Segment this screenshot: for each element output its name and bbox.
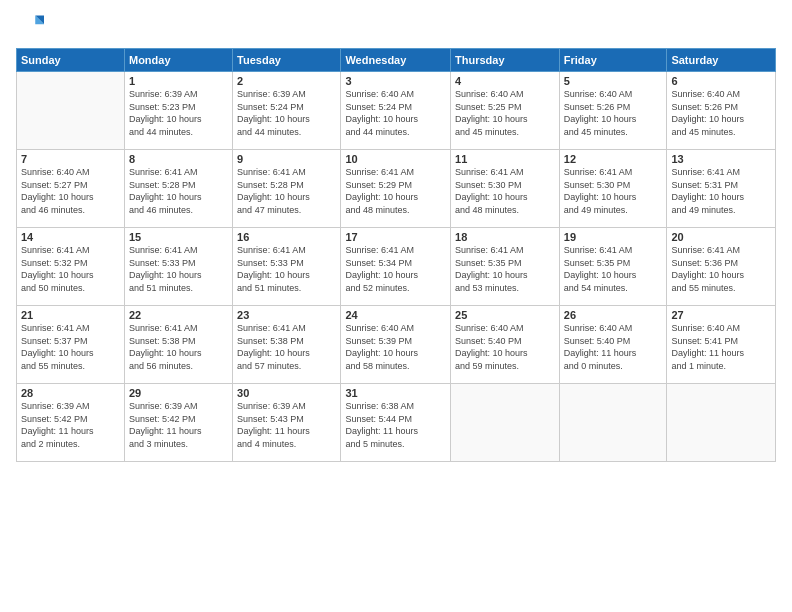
day-header-friday: Friday — [559, 49, 667, 72]
day-info: Sunrise: 6:40 AM Sunset: 5:27 PM Dayligh… — [21, 166, 120, 216]
day-number: 25 — [455, 309, 555, 321]
calendar-cell — [559, 384, 667, 462]
calendar-week-2: 7Sunrise: 6:40 AM Sunset: 5:27 PM Daylig… — [17, 150, 776, 228]
day-info: Sunrise: 6:40 AM Sunset: 5:26 PM Dayligh… — [671, 88, 771, 138]
day-info: Sunrise: 6:41 AM Sunset: 5:33 PM Dayligh… — [129, 244, 228, 294]
day-number: 21 — [21, 309, 120, 321]
calendar-cell: 21Sunrise: 6:41 AM Sunset: 5:37 PM Dayli… — [17, 306, 125, 384]
day-number: 27 — [671, 309, 771, 321]
day-number: 5 — [564, 75, 663, 87]
day-info: Sunrise: 6:39 AM Sunset: 5:43 PM Dayligh… — [237, 400, 336, 450]
calendar-cell: 3Sunrise: 6:40 AM Sunset: 5:24 PM Daylig… — [341, 72, 451, 150]
logo — [16, 12, 48, 40]
calendar-cell: 7Sunrise: 6:40 AM Sunset: 5:27 PM Daylig… — [17, 150, 125, 228]
day-number: 8 — [129, 153, 228, 165]
day-number: 14 — [21, 231, 120, 243]
day-info: Sunrise: 6:40 AM Sunset: 5:41 PM Dayligh… — [671, 322, 771, 372]
calendar-cell: 23Sunrise: 6:41 AM Sunset: 5:38 PM Dayli… — [233, 306, 341, 384]
day-info: Sunrise: 6:41 AM Sunset: 5:35 PM Dayligh… — [455, 244, 555, 294]
day-info: Sunrise: 6:40 AM Sunset: 5:39 PM Dayligh… — [345, 322, 446, 372]
calendar-cell: 11Sunrise: 6:41 AM Sunset: 5:30 PM Dayli… — [451, 150, 560, 228]
day-info: Sunrise: 6:41 AM Sunset: 5:35 PM Dayligh… — [564, 244, 663, 294]
day-number: 31 — [345, 387, 446, 399]
day-info: Sunrise: 6:41 AM Sunset: 5:36 PM Dayligh… — [671, 244, 771, 294]
calendar-week-3: 14Sunrise: 6:41 AM Sunset: 5:32 PM Dayli… — [17, 228, 776, 306]
day-number: 30 — [237, 387, 336, 399]
calendar-cell: 22Sunrise: 6:41 AM Sunset: 5:38 PM Dayli… — [124, 306, 232, 384]
calendar-week-5: 28Sunrise: 6:39 AM Sunset: 5:42 PM Dayli… — [17, 384, 776, 462]
day-number: 26 — [564, 309, 663, 321]
calendar-week-4: 21Sunrise: 6:41 AM Sunset: 5:37 PM Dayli… — [17, 306, 776, 384]
calendar-cell: 16Sunrise: 6:41 AM Sunset: 5:33 PM Dayli… — [233, 228, 341, 306]
calendar-cell: 2Sunrise: 6:39 AM Sunset: 5:24 PM Daylig… — [233, 72, 341, 150]
calendar-cell: 13Sunrise: 6:41 AM Sunset: 5:31 PM Dayli… — [667, 150, 776, 228]
day-info: Sunrise: 6:41 AM Sunset: 5:30 PM Dayligh… — [455, 166, 555, 216]
day-info: Sunrise: 6:40 AM Sunset: 5:40 PM Dayligh… — [455, 322, 555, 372]
calendar-cell: 20Sunrise: 6:41 AM Sunset: 5:36 PM Dayli… — [667, 228, 776, 306]
day-number: 20 — [671, 231, 771, 243]
calendar-cell — [451, 384, 560, 462]
calendar-body: 1Sunrise: 6:39 AM Sunset: 5:23 PM Daylig… — [17, 72, 776, 462]
day-info: Sunrise: 6:38 AM Sunset: 5:44 PM Dayligh… — [345, 400, 446, 450]
day-number: 22 — [129, 309, 228, 321]
calendar-cell: 30Sunrise: 6:39 AM Sunset: 5:43 PM Dayli… — [233, 384, 341, 462]
day-number: 4 — [455, 75, 555, 87]
calendar-cell: 28Sunrise: 6:39 AM Sunset: 5:42 PM Dayli… — [17, 384, 125, 462]
day-info: Sunrise: 6:41 AM Sunset: 5:38 PM Dayligh… — [237, 322, 336, 372]
day-number: 6 — [671, 75, 771, 87]
day-info: Sunrise: 6:40 AM Sunset: 5:40 PM Dayligh… — [564, 322, 663, 372]
day-info: Sunrise: 6:40 AM Sunset: 5:26 PM Dayligh… — [564, 88, 663, 138]
day-number: 11 — [455, 153, 555, 165]
calendar-cell: 5Sunrise: 6:40 AM Sunset: 5:26 PM Daylig… — [559, 72, 667, 150]
calendar-cell: 6Sunrise: 6:40 AM Sunset: 5:26 PM Daylig… — [667, 72, 776, 150]
calendar-cell: 1Sunrise: 6:39 AM Sunset: 5:23 PM Daylig… — [124, 72, 232, 150]
day-info: Sunrise: 6:40 AM Sunset: 5:24 PM Dayligh… — [345, 88, 446, 138]
day-number: 17 — [345, 231, 446, 243]
day-number: 24 — [345, 309, 446, 321]
day-info: Sunrise: 6:41 AM Sunset: 5:31 PM Dayligh… — [671, 166, 771, 216]
calendar-header-row: SundayMondayTuesdayWednesdayThursdayFrid… — [17, 49, 776, 72]
calendar-cell: 17Sunrise: 6:41 AM Sunset: 5:34 PM Dayli… — [341, 228, 451, 306]
calendar-cell: 4Sunrise: 6:40 AM Sunset: 5:25 PM Daylig… — [451, 72, 560, 150]
day-info: Sunrise: 6:39 AM Sunset: 5:24 PM Dayligh… — [237, 88, 336, 138]
day-number: 9 — [237, 153, 336, 165]
day-number: 19 — [564, 231, 663, 243]
calendar-table: SundayMondayTuesdayWednesdayThursdayFrid… — [16, 48, 776, 462]
day-info: Sunrise: 6:41 AM Sunset: 5:38 PM Dayligh… — [129, 322, 228, 372]
day-number: 7 — [21, 153, 120, 165]
day-info: Sunrise: 6:39 AM Sunset: 5:42 PM Dayligh… — [21, 400, 120, 450]
day-header-thursday: Thursday — [451, 49, 560, 72]
calendar-cell: 10Sunrise: 6:41 AM Sunset: 5:29 PM Dayli… — [341, 150, 451, 228]
day-number: 3 — [345, 75, 446, 87]
calendar-cell: 14Sunrise: 6:41 AM Sunset: 5:32 PM Dayli… — [17, 228, 125, 306]
day-info: Sunrise: 6:41 AM Sunset: 5:32 PM Dayligh… — [21, 244, 120, 294]
day-number: 15 — [129, 231, 228, 243]
calendar-cell — [667, 384, 776, 462]
calendar-cell: 31Sunrise: 6:38 AM Sunset: 5:44 PM Dayli… — [341, 384, 451, 462]
day-number: 1 — [129, 75, 228, 87]
calendar-cell: 12Sunrise: 6:41 AM Sunset: 5:30 PM Dayli… — [559, 150, 667, 228]
day-info: Sunrise: 6:41 AM Sunset: 5:37 PM Dayligh… — [21, 322, 120, 372]
day-info: Sunrise: 6:41 AM Sunset: 5:30 PM Dayligh… — [564, 166, 663, 216]
day-number: 13 — [671, 153, 771, 165]
day-header-tuesday: Tuesday — [233, 49, 341, 72]
calendar-cell: 26Sunrise: 6:40 AM Sunset: 5:40 PM Dayli… — [559, 306, 667, 384]
day-number: 16 — [237, 231, 336, 243]
calendar-cell: 24Sunrise: 6:40 AM Sunset: 5:39 PM Dayli… — [341, 306, 451, 384]
day-info: Sunrise: 6:40 AM Sunset: 5:25 PM Dayligh… — [455, 88, 555, 138]
calendar-cell: 15Sunrise: 6:41 AM Sunset: 5:33 PM Dayli… — [124, 228, 232, 306]
day-info: Sunrise: 6:39 AM Sunset: 5:23 PM Dayligh… — [129, 88, 228, 138]
calendar-cell: 9Sunrise: 6:41 AM Sunset: 5:28 PM Daylig… — [233, 150, 341, 228]
day-number: 28 — [21, 387, 120, 399]
day-header-wednesday: Wednesday — [341, 49, 451, 72]
day-header-sunday: Sunday — [17, 49, 125, 72]
calendar-cell: 19Sunrise: 6:41 AM Sunset: 5:35 PM Dayli… — [559, 228, 667, 306]
day-number: 2 — [237, 75, 336, 87]
calendar-cell: 29Sunrise: 6:39 AM Sunset: 5:42 PM Dayli… — [124, 384, 232, 462]
calendar-cell — [17, 72, 125, 150]
calendar-cell: 27Sunrise: 6:40 AM Sunset: 5:41 PM Dayli… — [667, 306, 776, 384]
day-info: Sunrise: 6:41 AM Sunset: 5:29 PM Dayligh… — [345, 166, 446, 216]
logo-icon — [16, 12, 44, 40]
day-info: Sunrise: 6:39 AM Sunset: 5:42 PM Dayligh… — [129, 400, 228, 450]
day-number: 29 — [129, 387, 228, 399]
